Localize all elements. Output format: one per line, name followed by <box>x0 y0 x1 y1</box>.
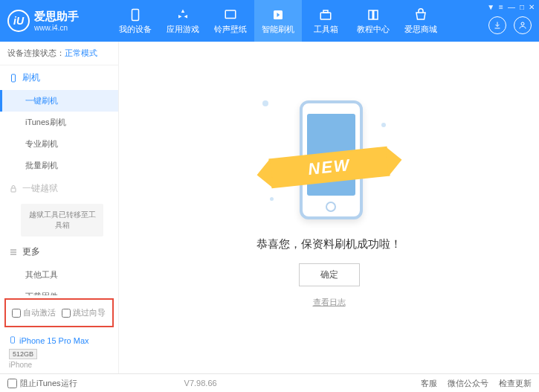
app-header: iU 爱思助手 www.i4.cn 我的设备 应用游戏 铃声壁纸 智能刷机 工具… <box>0 0 539 42</box>
connection-status: 设备连接状态：正常模式 <box>0 42 118 65</box>
user-button[interactable] <box>514 16 532 34</box>
options-box: 自动激活 跳过向导 <box>4 298 114 327</box>
nav-flash[interactable]: 智能刷机 <box>254 0 302 42</box>
maximize-icon[interactable]: □ <box>520 3 524 11</box>
minimize-icon[interactable]: — <box>508 3 515 11</box>
list-icon <box>9 248 18 257</box>
svg-rect-8 <box>11 337 15 343</box>
logo-subtitle: www.i4.cn <box>34 24 79 32</box>
menu-oneclick-flash[interactable]: 一键刷机 <box>0 90 118 112</box>
book-icon <box>366 7 381 22</box>
svg-rect-6 <box>12 74 16 82</box>
device-phone-icon <box>9 335 16 347</box>
footer-support[interactable]: 客服 <box>421 378 437 389</box>
menu-other-tools[interactable]: 其他工具 <box>0 264 118 286</box>
menu-pro-flash[interactable]: 专业刷机 <box>0 133 118 155</box>
device-name[interactable]: iPhone 15 Pro Max <box>9 335 109 347</box>
block-itunes-checkbox[interactable]: 阻止iTunes运行 <box>7 378 77 389</box>
menu-batch-flash[interactable]: 批量刷机 <box>0 155 118 176</box>
logo: iU 爱思助手 www.i4.cn <box>7 10 112 32</box>
window-controls: ▼ ≡ — □ ✕ <box>487 3 535 11</box>
flash-icon <box>271 7 285 22</box>
phone-icon <box>9 74 18 83</box>
skin-icon[interactable]: ▼ <box>487 3 494 11</box>
menu-icon[interactable]: ≡ <box>499 3 503 11</box>
nav-apps[interactable]: 应用游戏 <box>159 0 207 42</box>
footer-wechat[interactable]: 微信公众号 <box>448 378 488 389</box>
logo-icon: iU <box>7 10 30 32</box>
lock-icon <box>9 184 18 193</box>
image-icon <box>223 7 238 22</box>
footer: 阻止iTunes运行 V7.98.66 客服 微信公众号 检查更新 <box>0 373 539 392</box>
menu-itunes-flash[interactable]: iTunes刷机 <box>0 112 118 133</box>
close-icon[interactable]: ✕ <box>529 3 535 11</box>
jailbreak-moved-notice: 越狱工具已转移至工具箱 <box>21 204 103 237</box>
device-capacity: 512GB <box>9 349 37 359</box>
top-nav: 我的设备 应用游戏 铃声壁纸 智能刷机 工具箱 教程中心 爱思商城 <box>112 0 445 42</box>
svg-rect-4 <box>323 10 328 13</box>
svg-point-5 <box>521 22 524 25</box>
phone-illustration: NEW <box>255 93 404 219</box>
nav-ringtone[interactable]: 铃声壁纸 <box>207 0 254 42</box>
nav-tutorial[interactable]: 教程中心 <box>349 0 397 42</box>
svg-rect-7 <box>11 188 16 192</box>
nav-my-device[interactable]: 我的设备 <box>112 0 159 42</box>
toolbox-icon <box>318 7 333 22</box>
view-log-link[interactable]: 查看日志 <box>313 297 346 308</box>
menu-group-jailbreak[interactable]: 一键越狱 <box>0 176 118 201</box>
store-icon <box>413 7 428 22</box>
success-message: 恭喜您，保资料刷机成功啦！ <box>256 237 401 251</box>
nav-store[interactable]: 爱思商城 <box>397 0 445 42</box>
skip-guide-checkbox[interactable]: 跳过向导 <box>62 307 106 318</box>
device-info: iPhone 15 Pro Max 512GB iPhone <box>0 330 118 373</box>
apps-icon <box>175 7 190 22</box>
menu-group-more[interactable]: 更多 <box>0 240 118 264</box>
footer-update[interactable]: 检查更新 <box>499 378 532 389</box>
version-label: V7.98.66 <box>184 379 217 388</box>
main-content: NEW 恭喜您，保资料刷机成功啦！ 确定 查看日志 <box>119 42 539 373</box>
svg-rect-1 <box>225 10 236 19</box>
sidebar: 设备连接状态：正常模式 刷机 一键刷机 iTunes刷机 专业刷机 批量刷机 一… <box>0 42 119 373</box>
menu-download-firmware[interactable]: 下载固件 <box>0 286 118 295</box>
menu-group-flash[interactable]: 刷机 <box>0 65 118 90</box>
svg-rect-3 <box>320 13 331 19</box>
nav-toolbox[interactable]: 工具箱 <box>302 0 349 42</box>
auto-activate-checkbox[interactable]: 自动激活 <box>12 307 56 318</box>
logo-title: 爱思助手 <box>34 10 79 24</box>
ok-button[interactable]: 确定 <box>299 263 360 286</box>
device-model: iPhone <box>9 361 109 369</box>
new-banner: NEW <box>268 146 390 188</box>
phone-icon <box>128 7 143 22</box>
download-button[interactable] <box>488 16 506 34</box>
svg-rect-0 <box>132 9 139 20</box>
